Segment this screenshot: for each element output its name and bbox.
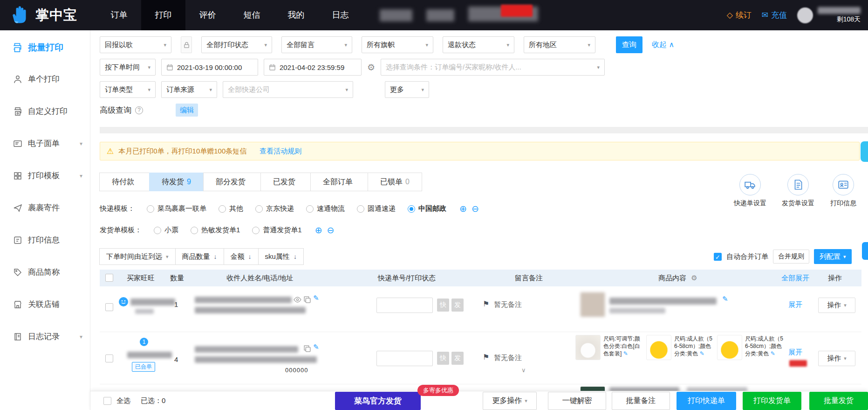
column-config-button[interactable]: 列配置 ▾ [814,249,852,264]
auto-merge-checkbox[interactable]: ✓ [714,253,722,261]
menu-reviews[interactable]: 评价 [185,0,230,30]
collapse-link[interactable]: 收起 ∧ [652,40,674,50]
copy-icon[interactable] [303,345,311,353]
flag-icon[interactable]: ⚑ [483,353,489,361]
radio-normal-invoice[interactable]: 普通发货单1 [252,226,301,235]
recharge-link[interactable]: ✉ 充值 [762,10,787,21]
tab-shipped[interactable]: 已发货 [260,173,311,191]
product-image-yellow-hat[interactable] [646,335,671,360]
radio-other[interactable]: 其他 [219,204,243,213]
invoice-settings[interactable]: 发货单设置 [776,174,820,208]
row-action-button[interactable]: 操作 ▾ [818,351,855,366]
date-to-input[interactable]: 2021-04-02 23:59:59 [264,59,362,76]
radio-receipt[interactable]: 小票 [154,226,178,235]
floating-side-widget[interactable] [862,242,868,260]
date-from-input[interactable]: 2021-03-19 00:00:00 [161,59,258,76]
merge-rules-button[interactable]: 合并规则 [773,250,809,264]
tab-locked[interactable]: 已锁单0 [368,173,422,191]
sort-by-amount[interactable]: 金额 ↓ [224,248,259,265]
region-select[interactable]: 所有地区 ▾ [524,36,595,53]
select-all-checkbox[interactable] [103,397,111,405]
lock-icon[interactable] [181,36,192,53]
radio-china-post[interactable]: 中国邮政 [408,204,446,213]
print-invoice-button[interactable]: 打印发货单 [743,392,801,410]
select-all-header-checkbox[interactable] [105,274,113,282]
flag-icon[interactable]: ⚑ [483,299,489,308]
sidebar-item-print-template[interactable]: 打印模板 ▾ [0,160,90,192]
sidebar-item-log-records[interactable]: 日志记录 ▾ [0,320,90,353]
gear-icon[interactable]: ⚙ [691,274,697,282]
row-action-button[interactable]: 操作 ▾ [818,298,855,313]
batch-note-button[interactable]: 批量备注 [612,392,670,410]
gear-icon[interactable]: ⚙ [367,62,375,73]
time-type-select[interactable]: 按下单时间 ▾ [100,59,156,76]
edit-product-icon[interactable]: ✎ [722,295,728,303]
edit-address-icon[interactable]: ✎ [313,294,319,302]
radio-yto[interactable]: 圆通速递 [357,204,396,213]
flag-select[interactable]: 所有旗帜 ▾ [362,36,433,53]
sidebar-item-single-print[interactable]: 单个打印 [0,63,90,95]
menu-mine[interactable]: 我的 [274,0,318,30]
quick-print-button[interactable]: 快 [437,299,449,312]
expand-row-link[interactable]: 展开 [788,300,802,309]
radio-sutong[interactable]: 速通物流 [306,204,345,213]
query-button[interactable]: 查询 [616,36,642,53]
sidebar-item-product-alias[interactable]: 商品简称 [0,256,90,288]
print-status-select[interactable]: 全部打印状态 ▾ [201,36,272,53]
keyword-select[interactable]: 选择查询条件：订单编号/买家昵称/收件人... ▾ [381,59,605,76]
note-expand-chevron[interactable]: ∨ [521,367,526,374]
radio-thermal-invoice[interactable]: 热敏发货单1 [191,226,240,235]
quick-print-button[interactable]: 快 [437,352,449,365]
order-source-select[interactable]: 订单来源 ▾ [161,81,217,98]
edit-advanced-button[interactable]: 编辑 [176,104,198,117]
more-filters-select[interactable]: 更多 ▾ [385,81,429,98]
sort-by-time[interactable]: 下单时间由近到远 ▾ [99,248,176,265]
menu-logs[interactable]: 日志 [318,0,362,30]
tab-all-orders[interactable]: 全部订单 [310,173,368,191]
remove-template-icon[interactable]: ⊖ [472,203,479,214]
tracking-number-input[interactable] [376,351,433,366]
tab-to-ship[interactable]: 待发货9 [149,173,204,191]
more-actions-button[interactable]: 更多操作 ▾ [483,392,537,410]
expand-row-link[interactable]: 展开 [788,348,802,357]
product-image-yellow-hat[interactable] [717,335,742,360]
sidebar-item-guoguo[interactable]: 裹裹寄件 [0,192,90,224]
sidebar-item-ewaybill[interactable]: 电子面单 ▾ [0,127,90,160]
quick-ship-button[interactable]: 发 [451,352,464,365]
decrypt-button[interactable]: 一键解密 [548,392,606,410]
renew-link[interactable]: ◇ 续订 [727,10,752,21]
message-select[interactable]: 全部留言 ▾ [281,36,352,53]
sort-by-quantity[interactable]: 商品数量 ↓ [175,248,224,265]
print-express-button[interactable]: 打印快递单 [677,392,736,410]
activity-rules-link[interactable]: 查看活动规则 [260,147,301,156]
remove-template-icon[interactable]: ⊖ [327,225,335,236]
sidebar-item-batch-print[interactable]: 批量打印 [0,30,90,63]
blurred-product-image[interactable] [580,292,605,317]
express-sheet-settings[interactable]: 快递单设置 [728,174,772,208]
batch-ship-button[interactable]: 批量发货 [809,392,868,410]
cainiao-ship-button[interactable]: 菜鸟官方发货 [335,392,421,410]
quick-ship-button[interactable]: 发 [451,299,464,312]
edit-product-icon[interactable]: ✎ [771,350,775,357]
product-image-white-cap[interactable] [575,335,601,360]
order-type-select[interactable]: 订单类型 ▾ [100,81,156,98]
sidebar-item-linked-shops[interactable]: 关联店铺 [0,288,90,320]
menu-sms[interactable]: 短信 [230,0,274,30]
add-template-icon[interactable]: ⊕ [315,225,322,236]
sidebar-item-custom-print[interactable]: 自定义打印 [0,95,90,127]
edit-product-icon[interactable]: ✎ [623,350,628,357]
floating-side-widget[interactable] [861,141,868,162]
sort-by-sku[interactable]: sku属性 ↓ [258,248,304,265]
help-icon[interactable]: ? [135,106,143,114]
tab-pending-payment[interactable]: 待付款 [99,173,150,191]
courier-select[interactable]: 全部快递公司 ▾ [223,81,353,98]
expand-all-link[interactable]: 全部展开 [781,270,809,286]
sidebar-item-print-info[interactable]: 打印信息 [0,224,90,256]
tracking-number-input[interactable] [376,298,433,313]
radio-jd-express[interactable]: 京东快递 [255,204,294,213]
edit-product-icon[interactable]: ✎ [700,350,704,357]
row-checkbox[interactable] [105,354,113,362]
select-all-label[interactable]: 全选 [116,391,130,410]
row-checkbox[interactable] [105,303,113,311]
refund-status-select[interactable]: 退款状态 ▾ [443,36,514,53]
